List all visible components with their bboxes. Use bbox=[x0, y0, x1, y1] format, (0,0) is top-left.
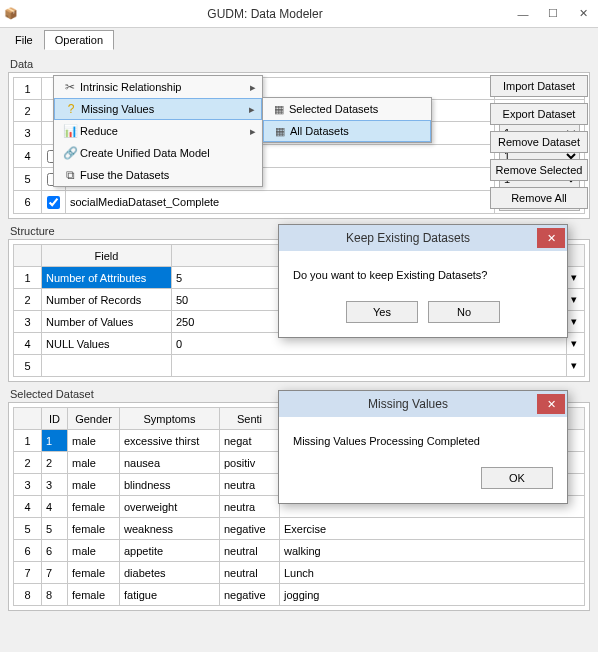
col-symptoms: Symptoms bbox=[120, 408, 220, 430]
menu-operation[interactable]: Operation bbox=[44, 30, 114, 50]
menubar: File Operation bbox=[0, 28, 598, 52]
minimize-button[interactable]: — bbox=[508, 3, 538, 25]
col-id: ID bbox=[42, 408, 68, 430]
dialog-message: Missing Values Processing Completed bbox=[293, 435, 553, 447]
col-field: Field bbox=[42, 245, 172, 267]
table-row: 55femaleweaknessnegativeExercise bbox=[14, 518, 585, 540]
dialog-title: Keep Existing Datasets bbox=[279, 231, 537, 245]
operation-menu: ✂Intrinsic Relationship▸ ?Missing Values… bbox=[53, 75, 263, 187]
ok-button[interactable]: OK bbox=[481, 467, 553, 489]
missing-values-submenu: ▦Selected Datasets ▦All Datasets bbox=[262, 97, 432, 143]
dialog-close-button[interactable]: ✕ bbox=[537, 228, 565, 248]
no-button[interactable]: No bbox=[428, 301, 500, 323]
dialog-message: Do you want to keep Existing Datasets? bbox=[293, 269, 553, 281]
submenu-all-datasets[interactable]: ▦All Datasets bbox=[263, 120, 431, 142]
scissors-icon: ✂ bbox=[60, 80, 80, 94]
merge-icon: ⧉ bbox=[60, 168, 80, 182]
chevron-right-icon: ▸ bbox=[250, 81, 256, 94]
keep-existing-dialog: Keep Existing Datasets ✕ Do you want to … bbox=[278, 224, 568, 338]
maximize-button[interactable]: ☐ bbox=[538, 3, 568, 25]
remove-dataset-button[interactable]: Remove Dataset bbox=[490, 131, 588, 153]
remove-all-button[interactable]: Remove All bbox=[490, 187, 588, 209]
side-buttons: Import Dataset Export Dataset Remove Dat… bbox=[490, 75, 588, 209]
dialog-close-button[interactable]: ✕ bbox=[537, 394, 565, 414]
col-senti: Senti bbox=[220, 408, 280, 430]
dialog-title: Missing Values bbox=[279, 397, 537, 411]
table-row: 5▾ bbox=[14, 355, 585, 377]
titlebar: 📦 GUDM: Data Modeler — ☐ ✕ bbox=[0, 0, 598, 28]
menu-missing-values[interactable]: ?Missing Values▸ bbox=[54, 98, 262, 120]
menu-fuse-datasets[interactable]: ⧉Fuse the Datasets bbox=[54, 164, 262, 186]
chart-icon: 📊 bbox=[60, 124, 80, 138]
menu-create-unified[interactable]: 🔗Create Unified Data Model bbox=[54, 142, 262, 164]
grid-icon: ▦ bbox=[269, 103, 289, 116]
question-icon: ? bbox=[61, 102, 81, 116]
col-gender: Gender bbox=[68, 408, 120, 430]
table-row: 66maleappetiteneutralwalking bbox=[14, 540, 585, 562]
link-icon: 🔗 bbox=[60, 146, 80, 160]
window-title: GUDM: Data Modeler bbox=[22, 7, 508, 21]
dialog-header: Missing Values ✕ bbox=[279, 391, 567, 417]
dialog-header: Keep Existing Datasets ✕ bbox=[279, 225, 567, 251]
import-dataset-button[interactable]: Import Dataset bbox=[490, 75, 588, 97]
menu-file[interactable]: File bbox=[4, 30, 44, 50]
missing-values-dialog: Missing Values ✕ Missing Values Processi… bbox=[278, 390, 568, 504]
label-data: Data bbox=[10, 58, 590, 70]
remove-selected-button[interactable]: Remove Selected bbox=[490, 159, 588, 181]
app-icon: 📦 bbox=[0, 7, 22, 20]
menu-reduce[interactable]: 📊Reduce▸ bbox=[54, 120, 262, 142]
table-row: 88femalefatiguenegativejogging bbox=[14, 584, 585, 606]
table-row: 77femalediabetesneutralLunch bbox=[14, 562, 585, 584]
close-button[interactable]: ✕ bbox=[568, 3, 598, 25]
submenu-selected-datasets[interactable]: ▦Selected Datasets bbox=[263, 98, 431, 120]
chevron-right-icon: ▸ bbox=[250, 125, 256, 138]
export-dataset-button[interactable]: Export Dataset bbox=[490, 103, 588, 125]
chevron-right-icon: ▸ bbox=[249, 103, 255, 116]
grid-icon: ▦ bbox=[270, 125, 290, 138]
dataset-checkbox[interactable] bbox=[47, 196, 60, 209]
yes-button[interactable]: Yes bbox=[346, 301, 418, 323]
menu-intrinsic-relationship[interactable]: ✂Intrinsic Relationship▸ bbox=[54, 76, 262, 98]
